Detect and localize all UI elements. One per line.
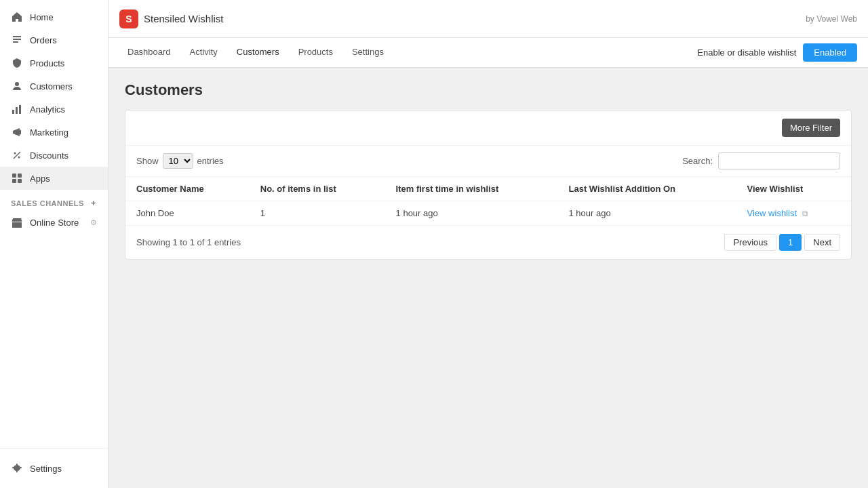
apps-icon xyxy=(11,172,23,184)
sidebar-item-home-label: Home xyxy=(30,12,54,22)
col-first-time: Item first time in wishlist xyxy=(385,177,558,201)
store-icon xyxy=(11,216,23,228)
sales-channels-section: SALES CHANNELS ＋ xyxy=(0,190,108,211)
sidebar-item-customers-label: Customers xyxy=(30,81,73,92)
sidebar-item-marketing-label: Marketing xyxy=(30,127,68,138)
show-label: Show xyxy=(136,156,159,166)
sub-nav-tabs: Dashboard Activity Customers Products Se… xyxy=(119,38,392,67)
entries-label: entries xyxy=(197,156,224,166)
svg-rect-4 xyxy=(12,110,14,114)
cell-view-wishlist: View wishlist ⧉ xyxy=(736,201,851,226)
search-label: Search: xyxy=(682,156,713,166)
svg-rect-13 xyxy=(18,179,22,183)
entries-select[interactable]: 10 25 50 xyxy=(163,153,193,169)
pagination-controls: Previous 1 Next xyxy=(724,234,840,251)
svg-point-8 xyxy=(18,157,20,159)
sidebar-item-apps-label: Apps xyxy=(30,174,50,184)
svg-rect-10 xyxy=(12,174,16,178)
enable-label: Enable or disable wishlist xyxy=(697,47,796,58)
discounts-icon xyxy=(11,149,23,161)
svg-point-7 xyxy=(14,152,16,155)
col-last-addition: Last Wishlist Addition On xyxy=(558,177,736,201)
table-controls: Show 10 25 50 entries Search: xyxy=(125,146,851,176)
sub-nav-right: Enable or disable wishlist Enabled xyxy=(697,43,857,62)
sidebar-item-products-label: Products xyxy=(30,58,64,68)
products-icon xyxy=(11,57,23,69)
table-row: John Doe 1 1 hour ago 1 hour ago View wi… xyxy=(125,201,851,226)
add-sales-channel-icon[interactable]: ＋ xyxy=(90,198,98,208)
orders-icon xyxy=(11,34,23,46)
page-content: Customers More Filter Show 10 25 50 entr… xyxy=(108,68,868,488)
svg-rect-5 xyxy=(16,107,18,114)
enabled-button[interactable]: Enabled xyxy=(803,43,857,62)
analytics-icon xyxy=(11,103,23,115)
tab-customers[interactable]: Customers xyxy=(229,38,288,67)
svg-rect-0 xyxy=(13,36,21,37)
pagination-info: Showing 1 to 1 of 1 entries xyxy=(136,237,241,247)
sidebar-item-orders[interactable]: Orders xyxy=(0,28,108,52)
search-box: Search: xyxy=(682,152,840,169)
customers-icon xyxy=(11,80,23,92)
sidebar: Home Orders Products Customers Analytics xyxy=(0,0,108,488)
card-toolbar: More Filter xyxy=(125,110,851,146)
cell-customer-name: John Doe xyxy=(125,201,250,226)
sidebar-item-settings[interactable]: Settings xyxy=(0,457,108,480)
settings-icon xyxy=(11,462,23,474)
svg-rect-12 xyxy=(12,179,16,183)
content-card: More Filter Show 10 25 50 entries Search… xyxy=(125,110,852,260)
app-header: S Stensiled Wishlist by Vowel Web xyxy=(108,0,868,38)
sidebar-item-products[interactable]: Products xyxy=(0,52,108,75)
sidebar-online-store-label: Online Store xyxy=(30,218,79,228)
sidebar-nav: Home Orders Products Customers Analytics xyxy=(0,0,108,448)
tab-products[interactable]: Products xyxy=(290,38,341,67)
view-wishlist-link[interactable]: View wishlist xyxy=(747,208,797,218)
app-logo: S Stensiled Wishlist xyxy=(119,9,224,28)
col-items-count: No. of items in list xyxy=(250,177,385,201)
svg-rect-1 xyxy=(13,39,21,40)
sidebar-item-discounts-label: Discounts xyxy=(30,150,68,161)
sidebar-item-apps[interactable]: Apps xyxy=(0,167,108,190)
sales-channels-label: SALES CHANNELS xyxy=(11,199,84,207)
copy-icon[interactable]: ⧉ xyxy=(802,209,808,218)
app-title: Stensiled Wishlist xyxy=(144,13,224,24)
sidebar-settings-label: Settings xyxy=(30,464,62,474)
page-title: Customers xyxy=(125,81,852,99)
cell-items-count: 1 xyxy=(250,201,385,226)
svg-rect-2 xyxy=(13,41,18,43)
home-icon xyxy=(11,11,23,23)
store-settings-icon[interactable]: ⚙ xyxy=(90,218,97,227)
next-button[interactable]: Next xyxy=(804,234,840,251)
tab-activity[interactable]: Activity xyxy=(182,38,226,67)
cell-last-addition: 1 hour ago xyxy=(558,201,736,226)
page-1-button[interactable]: 1 xyxy=(779,234,802,251)
marketing-icon xyxy=(11,126,23,138)
tab-settings[interactable]: Settings xyxy=(344,38,392,67)
pagination-row: Showing 1 to 1 of 1 entries Previous 1 N… xyxy=(125,226,851,259)
sidebar-item-customers[interactable]: Customers xyxy=(0,75,108,98)
sidebar-item-discounts[interactable]: Discounts xyxy=(0,144,108,167)
sidebar-bottom: Settings xyxy=(0,448,108,488)
main-content: S Stensiled Wishlist by Vowel Web Dashbo… xyxy=(108,0,868,488)
sidebar-item-home[interactable]: Home xyxy=(0,5,108,28)
svg-point-3 xyxy=(15,82,19,86)
sidebar-item-analytics-label: Analytics xyxy=(30,104,65,115)
more-filter-button[interactable]: More Filter xyxy=(782,119,840,137)
svg-rect-11 xyxy=(18,174,22,178)
sidebar-item-analytics[interactable]: Analytics xyxy=(0,98,108,121)
cell-first-time: 1 hour ago xyxy=(385,201,558,226)
previous-button[interactable]: Previous xyxy=(724,234,776,251)
tab-dashboard[interactable]: Dashboard xyxy=(119,38,179,67)
svg-rect-6 xyxy=(19,105,21,114)
app-logo-icon: S xyxy=(119,9,138,28)
show-entries: Show 10 25 50 entries xyxy=(136,153,224,169)
app-by-text: by Vowel Web xyxy=(806,14,857,24)
customers-table: Customer Name No. of items in list Item … xyxy=(125,176,851,226)
col-view-wishlist: View Wishlist xyxy=(736,177,851,201)
logo-letter: S xyxy=(125,14,132,24)
col-customer-name: Customer Name xyxy=(125,177,250,201)
sub-nav: Dashboard Activity Customers Products Se… xyxy=(108,38,868,68)
search-input[interactable] xyxy=(718,152,840,169)
sidebar-item-online-store[interactable]: Online Store ⚙ xyxy=(0,211,108,234)
sidebar-item-orders-label: Orders xyxy=(30,35,57,45)
sidebar-item-marketing[interactable]: Marketing xyxy=(0,121,108,144)
